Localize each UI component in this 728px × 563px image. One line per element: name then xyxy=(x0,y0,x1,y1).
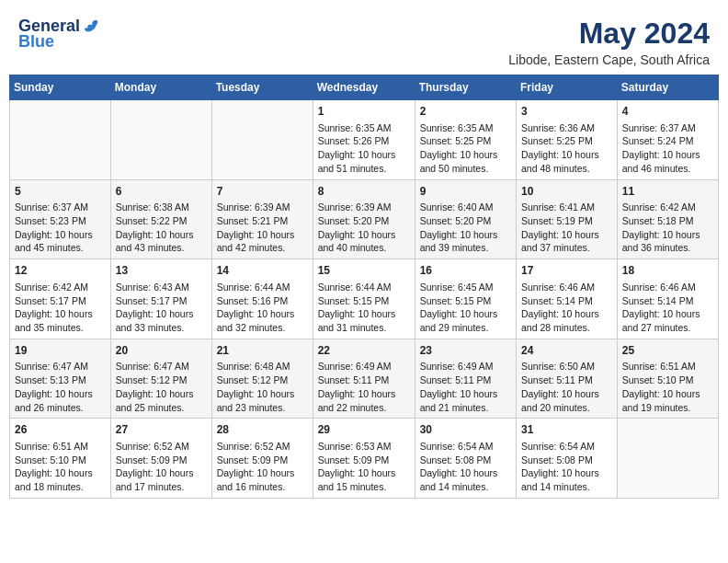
day-info: Sunrise: 6:53 AMSunset: 5:09 PMDaylight:… xyxy=(318,440,410,494)
day-info: Sunrise: 6:52 AMSunset: 5:09 PMDaylight:… xyxy=(116,440,207,494)
calendar-body: 1Sunrise: 6:35 AMSunset: 5:26 PMDaylight… xyxy=(10,100,719,499)
calendar-week-4: 19Sunrise: 6:47 AMSunset: 5:13 PMDayligh… xyxy=(10,339,719,419)
calendar-cell: 28Sunrise: 6:52 AMSunset: 5:09 PMDayligh… xyxy=(211,419,313,499)
day-info: Sunrise: 6:37 AMSunset: 5:23 PMDaylight:… xyxy=(15,201,106,255)
day-number: 2 xyxy=(420,104,511,120)
calendar-week-5: 26Sunrise: 6:51 AMSunset: 5:10 PMDayligh… xyxy=(10,419,719,499)
calendar-cell: 11Sunrise: 6:42 AMSunset: 5:18 PMDayligh… xyxy=(617,179,718,259)
day-info: Sunrise: 6:47 AMSunset: 5:12 PMDaylight:… xyxy=(116,360,207,414)
calendar-cell: 16Sunrise: 6:45 AMSunset: 5:15 PMDayligh… xyxy=(415,259,516,339)
day-info: Sunrise: 6:41 AMSunset: 5:19 PMDaylight:… xyxy=(521,201,612,255)
calendar-cell: 2Sunrise: 6:35 AMSunset: 5:25 PMDaylight… xyxy=(415,100,516,180)
day-info: Sunrise: 6:52 AMSunset: 5:09 PMDaylight:… xyxy=(217,440,308,494)
calendar-header: SundayMondayTuesdayWednesdayThursdayFrid… xyxy=(10,75,719,100)
day-number: 23 xyxy=(420,343,511,359)
day-number: 1 xyxy=(318,104,410,120)
day-info: Sunrise: 6:40 AMSunset: 5:20 PMDaylight:… xyxy=(420,201,511,255)
day-info: Sunrise: 6:44 AMSunset: 5:15 PMDaylight:… xyxy=(318,281,410,335)
calendar-week-1: 1Sunrise: 6:35 AMSunset: 5:26 PMDaylight… xyxy=(10,100,719,180)
day-info: Sunrise: 6:45 AMSunset: 5:15 PMDaylight:… xyxy=(420,281,511,335)
calendar-cell: 12Sunrise: 6:42 AMSunset: 5:17 PMDayligh… xyxy=(10,259,111,339)
calendar-cell: 27Sunrise: 6:52 AMSunset: 5:09 PMDayligh… xyxy=(110,419,211,499)
calendar-cell: 21Sunrise: 6:48 AMSunset: 5:12 PMDayligh… xyxy=(211,339,313,419)
calendar-cell: 13Sunrise: 6:43 AMSunset: 5:17 PMDayligh… xyxy=(110,259,211,339)
calendar-cell: 1Sunrise: 6:35 AMSunset: 5:26 PMDaylight… xyxy=(313,100,415,180)
day-info: Sunrise: 6:49 AMSunset: 5:11 PMDaylight:… xyxy=(420,360,511,414)
day-number: 27 xyxy=(116,422,207,438)
day-info: Sunrise: 6:54 AMSunset: 5:08 PMDaylight:… xyxy=(521,440,612,494)
day-number: 11 xyxy=(622,184,713,200)
header-cell-saturday: Saturday xyxy=(617,75,718,100)
day-number: 7 xyxy=(217,184,308,200)
header: General Blue May 2024 Libode, Eastern Ca… xyxy=(9,9,719,71)
header-cell-wednesday: Wednesday xyxy=(313,75,415,100)
day-number: 16 xyxy=(420,263,511,279)
day-info: Sunrise: 6:46 AMSunset: 5:14 PMDaylight:… xyxy=(622,281,713,335)
calendar-cell: 6Sunrise: 6:38 AMSunset: 5:22 PMDaylight… xyxy=(110,179,211,259)
calendar-week-2: 5Sunrise: 6:37 AMSunset: 5:23 PMDaylight… xyxy=(10,179,719,259)
day-number: 4 xyxy=(622,104,713,120)
calendar-cell: 9Sunrise: 6:40 AMSunset: 5:20 PMDaylight… xyxy=(415,179,516,259)
calendar-cell xyxy=(211,100,313,180)
day-number: 13 xyxy=(116,263,207,279)
day-info: Sunrise: 6:38 AMSunset: 5:22 PMDaylight:… xyxy=(116,201,207,255)
calendar-cell: 24Sunrise: 6:50 AMSunset: 5:11 PMDayligh… xyxy=(517,339,618,419)
logo: General Blue xyxy=(18,17,100,52)
day-number: 9 xyxy=(420,184,511,200)
day-number: 3 xyxy=(521,104,612,120)
day-number: 22 xyxy=(318,343,410,359)
day-info: Sunrise: 6:48 AMSunset: 5:12 PMDaylight:… xyxy=(217,360,308,414)
day-info: Sunrise: 6:46 AMSunset: 5:14 PMDaylight:… xyxy=(521,281,612,335)
day-number: 17 xyxy=(521,263,612,279)
day-info: Sunrise: 6:51 AMSunset: 5:10 PMDaylight:… xyxy=(622,360,713,414)
day-number: 24 xyxy=(521,343,612,359)
day-info: Sunrise: 6:36 AMSunset: 5:25 PMDaylight:… xyxy=(521,121,612,176)
day-info: Sunrise: 6:49 AMSunset: 5:11 PMDaylight:… xyxy=(318,360,410,414)
day-number: 5 xyxy=(15,184,106,200)
logo-bird-icon xyxy=(82,17,100,36)
day-number: 6 xyxy=(116,184,207,200)
header-row: SundayMondayTuesdayWednesdayThursdayFrid… xyxy=(10,75,719,100)
calendar-cell: 29Sunrise: 6:53 AMSunset: 5:09 PMDayligh… xyxy=(313,419,415,499)
calendar-cell: 23Sunrise: 6:49 AMSunset: 5:11 PMDayligh… xyxy=(415,339,516,419)
calendar-cell xyxy=(617,419,718,499)
calendar-cell: 18Sunrise: 6:46 AMSunset: 5:14 PMDayligh… xyxy=(617,259,718,339)
calendar-cell: 4Sunrise: 6:37 AMSunset: 5:24 PMDaylight… xyxy=(617,100,718,180)
calendar-cell: 7Sunrise: 6:39 AMSunset: 5:21 PMDaylight… xyxy=(211,179,313,259)
main-title: May 2024 xyxy=(508,17,710,51)
day-info: Sunrise: 6:42 AMSunset: 5:18 PMDaylight:… xyxy=(622,201,713,255)
calendar-cell: 8Sunrise: 6:39 AMSunset: 5:20 PMDaylight… xyxy=(313,179,415,259)
day-number: 31 xyxy=(521,422,612,438)
logo-blue: Blue xyxy=(18,32,54,52)
day-info: Sunrise: 6:44 AMSunset: 5:16 PMDaylight:… xyxy=(217,281,308,335)
calendar-cell: 20Sunrise: 6:47 AMSunset: 5:12 PMDayligh… xyxy=(110,339,211,419)
calendar-cell: 25Sunrise: 6:51 AMSunset: 5:10 PMDayligh… xyxy=(617,339,718,419)
header-cell-friday: Friday xyxy=(517,75,618,100)
day-info: Sunrise: 6:54 AMSunset: 5:08 PMDaylight:… xyxy=(420,440,511,494)
day-info: Sunrise: 6:39 AMSunset: 5:20 PMDaylight:… xyxy=(318,201,410,255)
day-number: 18 xyxy=(622,263,713,279)
calendar-cell xyxy=(10,100,111,180)
day-number: 29 xyxy=(318,422,410,438)
day-info: Sunrise: 6:50 AMSunset: 5:11 PMDaylight:… xyxy=(521,360,612,414)
calendar: SundayMondayTuesdayWednesdayThursdayFrid… xyxy=(9,75,719,499)
day-number: 14 xyxy=(217,263,308,279)
calendar-cell: 3Sunrise: 6:36 AMSunset: 5:25 PMDaylight… xyxy=(517,100,618,180)
calendar-cell: 30Sunrise: 6:54 AMSunset: 5:08 PMDayligh… xyxy=(415,419,516,499)
day-number: 28 xyxy=(217,422,308,438)
day-info: Sunrise: 6:37 AMSunset: 5:24 PMDaylight:… xyxy=(622,121,713,176)
day-number: 26 xyxy=(15,422,106,438)
day-info: Sunrise: 6:47 AMSunset: 5:13 PMDaylight:… xyxy=(15,360,106,414)
calendar-cell: 22Sunrise: 6:49 AMSunset: 5:11 PMDayligh… xyxy=(313,339,415,419)
day-info: Sunrise: 6:35 AMSunset: 5:26 PMDaylight:… xyxy=(318,121,410,176)
day-number: 20 xyxy=(116,343,207,359)
calendar-cell: 14Sunrise: 6:44 AMSunset: 5:16 PMDayligh… xyxy=(211,259,313,339)
day-number: 25 xyxy=(622,343,713,359)
header-cell-thursday: Thursday xyxy=(415,75,516,100)
day-info: Sunrise: 6:39 AMSunset: 5:21 PMDaylight:… xyxy=(217,201,308,255)
calendar-cell: 17Sunrise: 6:46 AMSunset: 5:14 PMDayligh… xyxy=(517,259,618,339)
day-info: Sunrise: 6:51 AMSunset: 5:10 PMDaylight:… xyxy=(15,440,106,494)
calendar-cell: 31Sunrise: 6:54 AMSunset: 5:08 PMDayligh… xyxy=(517,419,618,499)
day-number: 30 xyxy=(420,422,511,438)
calendar-cell xyxy=(110,100,211,180)
